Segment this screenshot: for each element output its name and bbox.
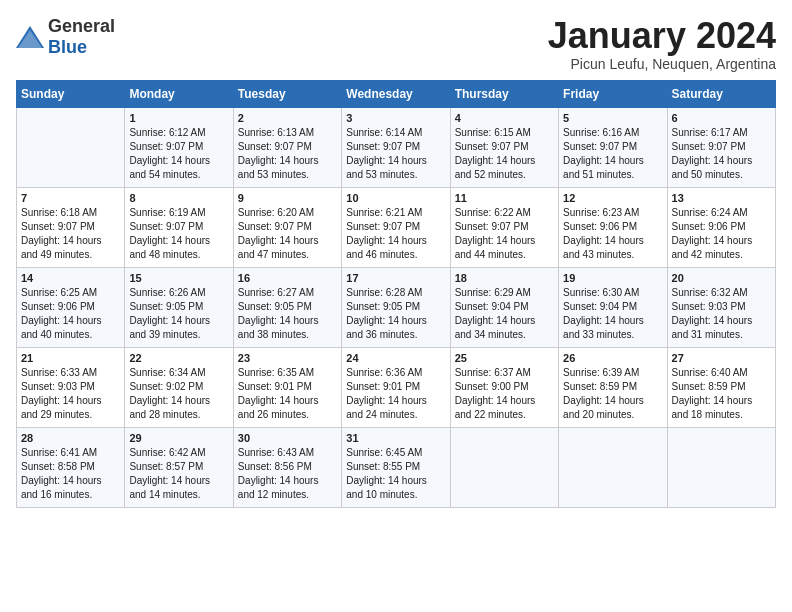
day-detail: Sunrise: 6:13 AM Sunset: 9:07 PM Dayligh… xyxy=(238,126,337,182)
calendar-cell: 27Sunrise: 6:40 AM Sunset: 8:59 PM Dayli… xyxy=(667,347,775,427)
day-detail: Sunrise: 6:17 AM Sunset: 9:07 PM Dayligh… xyxy=(672,126,771,182)
calendar-cell: 26Sunrise: 6:39 AM Sunset: 8:59 PM Dayli… xyxy=(559,347,667,427)
day-number: 22 xyxy=(129,352,228,364)
day-detail: Sunrise: 6:35 AM Sunset: 9:01 PM Dayligh… xyxy=(238,366,337,422)
calendar-cell: 29Sunrise: 6:42 AM Sunset: 8:57 PM Dayli… xyxy=(125,427,233,507)
day-detail: Sunrise: 6:45 AM Sunset: 8:55 PM Dayligh… xyxy=(346,446,445,502)
calendar-cell: 23Sunrise: 6:35 AM Sunset: 9:01 PM Dayli… xyxy=(233,347,341,427)
day-detail: Sunrise: 6:28 AM Sunset: 9:05 PM Dayligh… xyxy=(346,286,445,342)
page-header: General Blue January 2024 Picun Leufu, N… xyxy=(16,16,776,72)
day-detail: Sunrise: 6:24 AM Sunset: 9:06 PM Dayligh… xyxy=(672,206,771,262)
day-detail: Sunrise: 6:40 AM Sunset: 8:59 PM Dayligh… xyxy=(672,366,771,422)
day-detail: Sunrise: 6:29 AM Sunset: 9:04 PM Dayligh… xyxy=(455,286,554,342)
day-number: 20 xyxy=(672,272,771,284)
logo-blue: Blue xyxy=(48,37,87,57)
day-number: 1 xyxy=(129,112,228,124)
calendar-table: SundayMondayTuesdayWednesdayThursdayFrid… xyxy=(16,80,776,508)
calendar-cell: 7Sunrise: 6:18 AM Sunset: 9:07 PM Daylig… xyxy=(17,187,125,267)
title-block: January 2024 Picun Leufu, Neuquen, Argen… xyxy=(548,16,776,72)
calendar-cell: 5Sunrise: 6:16 AM Sunset: 9:07 PM Daylig… xyxy=(559,107,667,187)
day-detail: Sunrise: 6:14 AM Sunset: 9:07 PM Dayligh… xyxy=(346,126,445,182)
weekday-header: Monday xyxy=(125,80,233,107)
logo-general: General xyxy=(48,16,115,36)
location-subtitle: Picun Leufu, Neuquen, Argentina xyxy=(548,56,776,72)
day-number: 29 xyxy=(129,432,228,444)
day-detail: Sunrise: 6:39 AM Sunset: 8:59 PM Dayligh… xyxy=(563,366,662,422)
day-number: 25 xyxy=(455,352,554,364)
day-number: 13 xyxy=(672,192,771,204)
month-title: January 2024 xyxy=(548,16,776,56)
calendar-cell: 24Sunrise: 6:36 AM Sunset: 9:01 PM Dayli… xyxy=(342,347,450,427)
calendar-week-row: 28Sunrise: 6:41 AM Sunset: 8:58 PM Dayli… xyxy=(17,427,776,507)
calendar-cell: 19Sunrise: 6:30 AM Sunset: 9:04 PM Dayli… xyxy=(559,267,667,347)
calendar-cell: 14Sunrise: 6:25 AM Sunset: 9:06 PM Dayli… xyxy=(17,267,125,347)
day-number: 30 xyxy=(238,432,337,444)
day-detail: Sunrise: 6:18 AM Sunset: 9:07 PM Dayligh… xyxy=(21,206,120,262)
day-number: 21 xyxy=(21,352,120,364)
calendar-cell: 12Sunrise: 6:23 AM Sunset: 9:06 PM Dayli… xyxy=(559,187,667,267)
calendar-header-row: SundayMondayTuesdayWednesdayThursdayFrid… xyxy=(17,80,776,107)
calendar-cell: 20Sunrise: 6:32 AM Sunset: 9:03 PM Dayli… xyxy=(667,267,775,347)
day-detail: Sunrise: 6:19 AM Sunset: 9:07 PM Dayligh… xyxy=(129,206,228,262)
calendar-cell: 10Sunrise: 6:21 AM Sunset: 9:07 PM Dayli… xyxy=(342,187,450,267)
day-number: 7 xyxy=(21,192,120,204)
calendar-cell: 9Sunrise: 6:20 AM Sunset: 9:07 PM Daylig… xyxy=(233,187,341,267)
calendar-cell: 11Sunrise: 6:22 AM Sunset: 9:07 PM Dayli… xyxy=(450,187,558,267)
day-detail: Sunrise: 6:34 AM Sunset: 9:02 PM Dayligh… xyxy=(129,366,228,422)
day-detail: Sunrise: 6:27 AM Sunset: 9:05 PM Dayligh… xyxy=(238,286,337,342)
day-detail: Sunrise: 6:26 AM Sunset: 9:05 PM Dayligh… xyxy=(129,286,228,342)
calendar-cell: 4Sunrise: 6:15 AM Sunset: 9:07 PM Daylig… xyxy=(450,107,558,187)
calendar-cell xyxy=(17,107,125,187)
calendar-cell: 6Sunrise: 6:17 AM Sunset: 9:07 PM Daylig… xyxy=(667,107,775,187)
calendar-cell: 8Sunrise: 6:19 AM Sunset: 9:07 PM Daylig… xyxy=(125,187,233,267)
weekday-header: Thursday xyxy=(450,80,558,107)
calendar-cell: 21Sunrise: 6:33 AM Sunset: 9:03 PM Dayli… xyxy=(17,347,125,427)
day-number: 6 xyxy=(672,112,771,124)
calendar-cell xyxy=(559,427,667,507)
day-detail: Sunrise: 6:42 AM Sunset: 8:57 PM Dayligh… xyxy=(129,446,228,502)
calendar-cell: 15Sunrise: 6:26 AM Sunset: 9:05 PM Dayli… xyxy=(125,267,233,347)
day-number: 24 xyxy=(346,352,445,364)
day-number: 10 xyxy=(346,192,445,204)
logo-icon xyxy=(16,26,44,48)
day-number: 14 xyxy=(21,272,120,284)
day-number: 16 xyxy=(238,272,337,284)
day-detail: Sunrise: 6:16 AM Sunset: 9:07 PM Dayligh… xyxy=(563,126,662,182)
day-number: 18 xyxy=(455,272,554,284)
day-number: 19 xyxy=(563,272,662,284)
day-detail: Sunrise: 6:23 AM Sunset: 9:06 PM Dayligh… xyxy=(563,206,662,262)
calendar-week-row: 14Sunrise: 6:25 AM Sunset: 9:06 PM Dayli… xyxy=(17,267,776,347)
weekday-header: Friday xyxy=(559,80,667,107)
calendar-cell: 18Sunrise: 6:29 AM Sunset: 9:04 PM Dayli… xyxy=(450,267,558,347)
calendar-cell: 13Sunrise: 6:24 AM Sunset: 9:06 PM Dayli… xyxy=(667,187,775,267)
day-number: 11 xyxy=(455,192,554,204)
day-detail: Sunrise: 6:21 AM Sunset: 9:07 PM Dayligh… xyxy=(346,206,445,262)
day-number: 31 xyxy=(346,432,445,444)
day-detail: Sunrise: 6:12 AM Sunset: 9:07 PM Dayligh… xyxy=(129,126,228,182)
calendar-cell xyxy=(450,427,558,507)
day-detail: Sunrise: 6:36 AM Sunset: 9:01 PM Dayligh… xyxy=(346,366,445,422)
calendar-cell: 31Sunrise: 6:45 AM Sunset: 8:55 PM Dayli… xyxy=(342,427,450,507)
calendar-cell: 30Sunrise: 6:43 AM Sunset: 8:56 PM Dayli… xyxy=(233,427,341,507)
day-detail: Sunrise: 6:32 AM Sunset: 9:03 PM Dayligh… xyxy=(672,286,771,342)
weekday-header: Tuesday xyxy=(233,80,341,107)
weekday-header: Sunday xyxy=(17,80,125,107)
calendar-cell: 3Sunrise: 6:14 AM Sunset: 9:07 PM Daylig… xyxy=(342,107,450,187)
day-number: 3 xyxy=(346,112,445,124)
day-detail: Sunrise: 6:15 AM Sunset: 9:07 PM Dayligh… xyxy=(455,126,554,182)
weekday-header: Saturday xyxy=(667,80,775,107)
day-number: 2 xyxy=(238,112,337,124)
calendar-cell: 2Sunrise: 6:13 AM Sunset: 9:07 PM Daylig… xyxy=(233,107,341,187)
day-detail: Sunrise: 6:33 AM Sunset: 9:03 PM Dayligh… xyxy=(21,366,120,422)
calendar-week-row: 1Sunrise: 6:12 AM Sunset: 9:07 PM Daylig… xyxy=(17,107,776,187)
svg-marker-1 xyxy=(18,30,42,48)
day-number: 26 xyxy=(563,352,662,364)
logo: General Blue xyxy=(16,16,115,58)
day-number: 15 xyxy=(129,272,228,284)
calendar-cell: 28Sunrise: 6:41 AM Sunset: 8:58 PM Dayli… xyxy=(17,427,125,507)
calendar-week-row: 7Sunrise: 6:18 AM Sunset: 9:07 PM Daylig… xyxy=(17,187,776,267)
calendar-cell: 25Sunrise: 6:37 AM Sunset: 9:00 PM Dayli… xyxy=(450,347,558,427)
calendar-cell xyxy=(667,427,775,507)
day-number: 23 xyxy=(238,352,337,364)
day-detail: Sunrise: 6:20 AM Sunset: 9:07 PM Dayligh… xyxy=(238,206,337,262)
